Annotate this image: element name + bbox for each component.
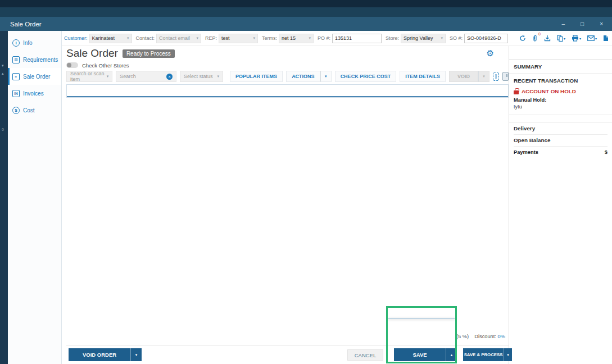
recent-transaction-list: RECENT TRANSACTION [509,73,612,84]
sidebar-item-invoices[interactable]: IN Invoices [8,85,61,102]
customer-panel: SUMMARY RECENT TRANSACTION ACCOUNT ON HO… [509,46,612,364]
manual-hold-label: Manual Hold: [514,97,546,103]
save-button[interactable]: SAVE [394,348,446,361]
lock-icon [514,90,519,94]
check-price-cost-button[interactable]: CHECK PRICE COST [335,71,397,82]
discount-value[interactable]: 0% [498,334,505,339]
so-number-input[interactable]: SO-0049826-D [464,34,508,43]
save-caret[interactable]: ▴ [446,348,457,361]
list-icon: ≡ [12,73,20,80]
app-menu-bar [0,0,612,7]
order-toggles-row-2 [66,109,509,119]
minimize-button[interactable]: – [562,21,565,27]
layout-icon[interactable] [502,72,509,81]
discount-label: Discount: [474,334,496,339]
save-process-group: SAVE & PROCESS ▾ [463,348,512,361]
check-other-stores-label: Check Other Stores [82,62,129,69]
account-on-hold-title: ACCOUNT ON HOLD [514,88,608,94]
order-toggles-row-1 [66,98,509,108]
actions-caret[interactable]: ▾ [320,71,332,82]
store-select[interactable]: Spring Valley▾ [401,34,446,43]
delivery-title: Delivery [514,125,608,131]
actions-button[interactable]: ACTIONS [286,71,320,82]
search-input[interactable]: Search× [116,71,176,82]
save-process-caret[interactable]: ▾ [504,348,512,361]
terms-select[interactable]: net 15▾ [279,34,314,43]
tax-rate-note: (5 %) [456,334,469,339]
table-header-row [67,85,508,97]
sidebar-item-requirements[interactable]: ▤ Requirements [8,51,61,68]
line-items-table [66,84,509,98]
recent-transaction-title: RECENT TRANSACTION [509,78,612,84]
sidebar-item-sale-order[interactable]: ≡ Sale Order [8,68,61,85]
gear-icon[interactable]: ⚙ [487,48,494,58]
manual-hold-value: tytu [514,103,522,110]
sidebar-item-cost[interactable]: $ Cost [8,102,61,119]
rep-select[interactable]: test▾ [219,34,258,43]
refresh-icon[interactable] [519,35,526,42]
contact-select[interactable]: Contact email▾ [156,34,201,43]
void-order-group: VOID ORDER ▾ [69,348,142,361]
search-scan-select[interactable]: Search or scan item▾ [66,71,112,82]
payments-title: Payments [514,149,538,156]
check-other-stores-toggle[interactable] [66,62,78,68]
customer-select[interactable]: Karinatest▾ [89,34,132,43]
payment-buttons [509,115,612,122]
copy-icon[interactable]: ▾ [557,35,565,42]
restore-button[interactable]: □ [581,21,584,27]
sidebar-item-info[interactable]: i Info [8,34,61,51]
popular-items-button[interactable]: POPULAR ITEMS [230,71,283,82]
clipboard-icon: ▤ [12,56,20,63]
cancel-button[interactable]: CANCEL [347,349,383,361]
grid-icon[interactable] [493,72,499,81]
chevron-down-icon[interactable]: ▾ [2,63,4,68]
save-group: SAVE ▴ [394,348,457,361]
edge-badge: 0 [2,128,4,131]
item-details-button[interactable]: ITEM DETAILS [400,71,446,82]
void-button[interactable]: VOID [449,71,478,82]
email-icon[interactable]: ▾ [587,35,597,41]
left-edge-strip: ▾ ▴ 0 [0,31,8,364]
open-balance-title: Open Balance [514,137,608,143]
invoice-icon: IN [12,90,20,97]
tax-discount-note: (5 %) Discount: 0% [456,334,505,339]
po-number-input[interactable]: 135131 [332,34,382,43]
close-button[interactable]: × [600,21,603,27]
window-title: Sale Order [10,21,42,28]
void-order-caret[interactable]: ▾ [130,348,142,361]
document-icon[interactable] [603,35,609,42]
void-caret[interactable]: ▾ [478,71,489,82]
summary-title: SUMMARY [514,63,608,70]
void-button-group: VOID ▾ [449,71,489,82]
actions-button-group[interactable]: ACTIONS ▾ [286,71,332,82]
sidebar: i Info ▤ Requirements ≡ Sale Order IN In… [8,31,62,364]
order-status-badge: Ready to Process [123,49,175,58]
dollar-icon: $ [12,107,20,114]
tab-bar [0,7,612,17]
attachment-icon[interactable]: 0 [532,35,538,42]
save-options-menu [388,318,455,319]
download-icon[interactable] [544,35,551,42]
status-filter-select[interactable]: Select status▾ [180,71,223,82]
footer-bar: VOID ORDER ▾ CANCEL SAVE ▴ SAVE & PROCES… [66,345,509,364]
chevron-up-icon[interactable]: ▴ [2,71,4,76]
sale-order-main: Sale Order Ready to Process ⚙ Check Othe… [62,46,509,364]
void-order-button[interactable]: VOID ORDER [69,348,130,361]
clear-search-icon[interactable]: × [166,74,173,80]
save-process-button[interactable]: SAVE & PROCESS [463,348,504,361]
print-icon[interactable]: ▾ [572,35,581,42]
order-header: Customer: Karinatest▾ Contact: Contact e… [62,31,612,46]
info-icon: i [12,39,20,47]
window-title-bar: Sale Order – □ × [0,17,612,31]
page-title: Sale Order [66,47,118,60]
